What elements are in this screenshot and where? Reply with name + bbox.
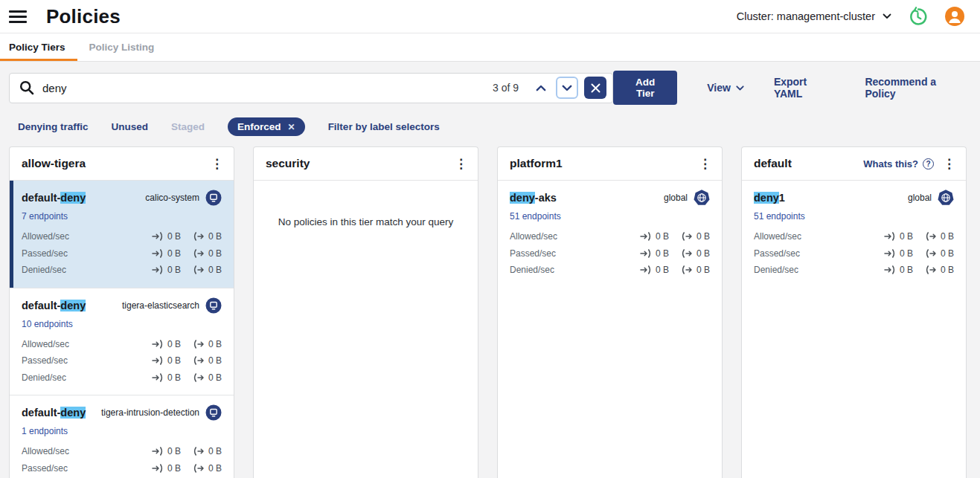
search-input[interactable]	[42, 82, 493, 94]
global-scope-icon	[938, 190, 954, 206]
outbound-value: 0 B	[696, 265, 710, 275]
metric-label: Allowed/sec	[22, 446, 69, 456]
tier-column: platform1 ⋮ deny-aks global	[497, 146, 723, 478]
policy-card[interactable]: deny-aks global 51 endpoints Allowed/sec	[498, 181, 722, 288]
filter-unused[interactable]: Unused	[112, 121, 149, 132]
kebab-menu-icon[interactable]: ⋮	[211, 158, 223, 170]
tier-header: default Whats this? ? ⋮	[742, 147, 966, 181]
inbound-traffic-icon	[640, 232, 652, 241]
inbound-traffic-icon	[884, 265, 896, 274]
scope-label: global	[908, 193, 932, 203]
metric-label: Passed/sec	[22, 463, 68, 474]
endpoints-link[interactable]: 1 endpoints	[22, 426, 68, 436]
tier-header: allow-tigera ⋮	[10, 147, 234, 181]
question-circle-icon: ?	[923, 158, 934, 169]
tier-title: security	[266, 157, 310, 170]
metric-label: Passed/sec	[22, 355, 68, 366]
policy-card[interactable]: default-deny tigera-elasticsearch 10 end…	[10, 288, 234, 395]
policy-name: default-deny	[22, 300, 86, 311]
inbound-traffic-icon	[152, 447, 164, 456]
history-icon[interactable]	[908, 7, 928, 27]
app-header: Policies Cluster: management-cluster	[0, 0, 980, 33]
kebab-menu-icon[interactable]: ⋮	[699, 158, 711, 170]
cluster-selector[interactable]: Cluster: management-cluster	[737, 10, 891, 22]
tier-body: default-deny calico-system 7 endpoints A…	[10, 181, 234, 478]
tier-body: No policies in this tier match your quer…	[254, 181, 478, 478]
tier-title: allow-tigera	[22, 157, 86, 170]
inbound-value: 0 B	[167, 265, 181, 275]
filter-enforced-label: Enforced	[237, 121, 281, 132]
metric-row: Passed/sec 0 B 0 B	[22, 460, 222, 477]
outbound-value: 0 B	[208, 355, 222, 366]
endpoints-link[interactable]: 7 endpoints	[22, 211, 68, 222]
outbound-value: 0 B	[696, 231, 710, 242]
recommend-policy-button[interactable]: Recommend a Policy	[865, 76, 965, 100]
outbound-traffic-icon	[925, 249, 937, 258]
inbound-value: 0 B	[656, 248, 669, 259]
search-close-button[interactable]	[584, 77, 606, 99]
remove-filter-icon[interactable]: ✕	[288, 122, 295, 132]
filter-by-label-selectors[interactable]: Filter by label selectors	[328, 121, 440, 132]
kebab-menu-icon[interactable]: ⋮	[943, 158, 955, 170]
metric-label: Denied/sec	[754, 265, 798, 275]
metric-row: Allowed/sec 0 B 0 B	[754, 228, 954, 245]
policy-name: deny-aks	[510, 192, 557, 204]
user-avatar-icon[interactable]	[944, 6, 965, 27]
metrics-list: Allowed/sec 0 B 0 B Passed/sec	[22, 443, 222, 478]
metric-row: Allowed/sec 0 B 0 B	[22, 228, 222, 245]
metrics-list: Allowed/sec 0 B 0 B Passed/sec	[22, 228, 222, 279]
tier-body: deny1 global 51 endpoints Allowed/sec	[742, 181, 966, 478]
inbound-value: 0 B	[900, 248, 913, 259]
endpoints-link[interactable]: 10 endpoints	[22, 319, 73, 329]
global-scope-icon	[694, 190, 710, 206]
metric-label: Allowed/sec	[22, 339, 69, 349]
view-dropdown[interactable]: View	[707, 82, 744, 94]
search-next-button[interactable]	[556, 77, 578, 99]
namespace-icon	[205, 297, 222, 314]
metric-label: Passed/sec	[754, 248, 800, 259]
inbound-traffic-icon	[152, 232, 164, 241]
namespace-icon	[205, 404, 222, 421]
metric-row: Allowed/sec 0 B 0 B	[22, 443, 222, 460]
inbound-value: 0 B	[167, 339, 181, 349]
endpoints-link[interactable]: 51 endpoints	[510, 211, 561, 222]
filter-enforced[interactable]: Enforced ✕	[228, 117, 305, 136]
page-title: Policies	[46, 5, 121, 28]
outbound-traffic-icon	[193, 373, 205, 382]
metrics-list: Allowed/sec 0 B 0 B Passed/sec	[754, 228, 954, 279]
metric-label: Denied/sec	[22, 265, 66, 275]
policy-card[interactable]: deny1 global 51 endpoints Allowed/sec	[742, 181, 966, 288]
chevron-down-icon	[562, 85, 572, 91]
chevron-up-icon	[536, 85, 546, 91]
hamburger-menu-icon[interactable]	[9, 7, 27, 25]
tier-column: allow-tigera ⋮ default-deny calico-syste…	[9, 146, 234, 478]
inbound-value: 0 B	[900, 231, 913, 242]
metric-row: Allowed/sec 0 B 0 B	[510, 228, 710, 245]
filter-denying-traffic[interactable]: Denying traffic	[18, 121, 89, 132]
outbound-traffic-icon	[193, 340, 205, 349]
outbound-value: 0 B	[941, 265, 954, 275]
tier-body: deny-aks global 51 endpoints Allowed/sec	[498, 181, 722, 478]
outbound-traffic-icon	[681, 249, 693, 258]
tab-policy-listing[interactable]: Policy Listing	[77, 33, 167, 61]
outbound-traffic-icon	[193, 249, 205, 258]
policy-card[interactable]: default-deny calico-system 7 endpoints A…	[10, 181, 234, 288]
outbound-value: 0 B	[941, 248, 954, 259]
kebab-menu-icon[interactable]: ⋮	[455, 158, 467, 170]
metric-label: Allowed/sec	[754, 231, 801, 242]
search-box: 3 of 9	[9, 73, 613, 103]
namespace-icon	[205, 190, 222, 206]
policy-card[interactable]: default-deny tigera-intrusion-detection …	[10, 395, 234, 478]
tab-policy-tiers[interactable]: Policy Tiers	[0, 33, 77, 61]
inbound-traffic-icon	[152, 373, 164, 382]
filter-chips-row: Denying traffic Unused Staged Enforced ✕…	[18, 117, 971, 136]
whats-this-label: Whats this?	[863, 158, 918, 169]
whats-this-link[interactable]: Whats this? ?	[863, 158, 934, 169]
metric-label: Allowed/sec	[510, 231, 557, 242]
export-yaml-button[interactable]: Export YAML	[774, 76, 836, 100]
tier-title: default	[754, 157, 792, 170]
search-prev-button[interactable]	[531, 77, 551, 98]
endpoints-link[interactable]: 51 endpoints	[754, 211, 805, 222]
inbound-value: 0 B	[167, 463, 181, 474]
add-tier-button[interactable]: Add Tier	[613, 71, 677, 105]
